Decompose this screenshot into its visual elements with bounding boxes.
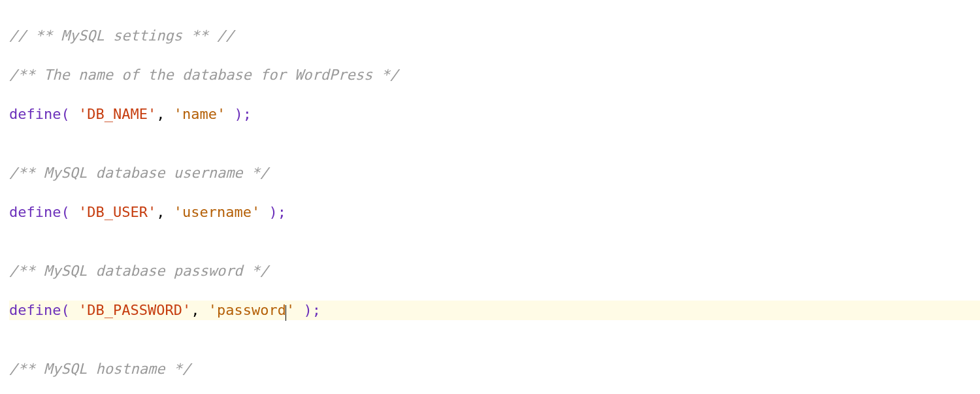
- text-caret: [286, 305, 286, 321]
- define-value: 'password: [208, 302, 286, 318]
- define-value: 'username': [174, 204, 260, 220]
- paren-close: );: [225, 106, 252, 122]
- php-define-keyword: define: [9, 106, 61, 122]
- code-line: // ** MySQL settings ** //: [9, 26, 980, 46]
- code-line: /** The name of the database for WordPre…: [9, 65, 980, 85]
- paren-open: (: [61, 106, 78, 122]
- separator: ,: [191, 302, 208, 318]
- code-line: /** MySQL database username */: [9, 163, 980, 183]
- define-key: 'DB_PASSWORD': [78, 302, 191, 318]
- code-line: define( 'DB_USER', 'username' );: [9, 203, 980, 222]
- code-comment: /** MySQL hostname */: [9, 361, 191, 377]
- code-comment: // ** MySQL settings ** //: [9, 27, 234, 44]
- define-key: 'DB_NAME': [78, 106, 156, 122]
- code-line: /** MySQL hostname */: [9, 359, 980, 379]
- php-define-keyword: define: [9, 302, 61, 318]
- paren-close: );: [260, 204, 286, 220]
- paren-open: (: [61, 302, 78, 318]
- code-comment: /** MySQL database username */: [9, 165, 269, 181]
- code-comment: /** MySQL database password */: [9, 263, 269, 279]
- code-line: /** MySQL database password */: [9, 261, 980, 281]
- define-value: 'name': [174, 106, 225, 122]
- paren-close: );: [295, 302, 321, 318]
- separator: ,: [156, 204, 174, 220]
- paren-open: (: [61, 204, 78, 220]
- define-value-tail: ': [286, 302, 295, 318]
- separator: ,: [156, 106, 174, 122]
- code-editor[interactable]: // ** MySQL settings ** // /** The name …: [0, 0, 980, 394]
- php-define-keyword: define: [9, 204, 61, 220]
- code-comment: /** The name of the database for WordPre…: [9, 67, 399, 83]
- define-key: 'DB_USER': [78, 204, 156, 220]
- code-line: define( 'DB_NAME', 'name' );: [9, 105, 980, 124]
- code-line-active: define( 'DB_PASSWORD', 'password' );: [9, 301, 980, 320]
